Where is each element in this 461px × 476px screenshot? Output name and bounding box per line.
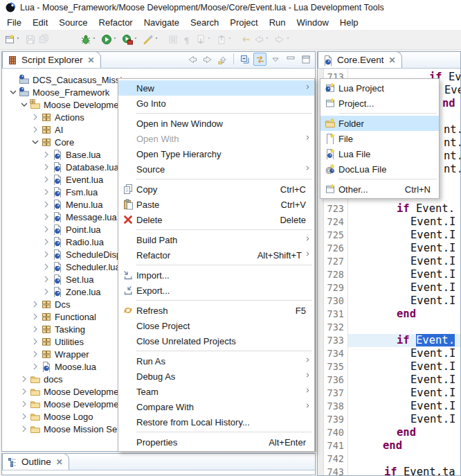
code-line-735[interactable]: 735Event.I bbox=[318, 360, 460, 373]
menu-item-run-as[interactable]: Run As bbox=[118, 353, 314, 369]
close-icon[interactable]: ✕ bbox=[88, 55, 95, 65]
menu-item-refresh[interactable]: RefreshF5 bbox=[118, 303, 314, 318]
menubar-item-project[interactable]: Project bbox=[224, 16, 263, 29]
back-button[interactable] bbox=[252, 31, 273, 48]
chevron-expanded-icon[interactable] bbox=[8, 87, 19, 98]
chevron-collapsed-icon[interactable] bbox=[19, 386, 30, 397]
menu-item-lua-file[interactable]: Lua File bbox=[320, 146, 439, 161]
menu-item-open-type-hierarchy[interactable]: Open Type Hierarchy bbox=[118, 146, 314, 161]
chevron-collapsed-icon[interactable] bbox=[41, 211, 52, 222]
menu-item-folder[interactable]: Folder bbox=[320, 116, 439, 131]
save-button[interactable] bbox=[24, 31, 37, 48]
dropdown-arrow-icon[interactable] bbox=[155, 37, 161, 42]
menu-item-import[interactable]: Import... bbox=[118, 267, 314, 283]
menu-item-project[interactable]: Project... bbox=[320, 96, 439, 111]
chevron-collapsed-icon[interactable] bbox=[19, 411, 30, 422]
menu-item-export[interactable]: Export... bbox=[118, 283, 314, 298]
dropdown-arrow-icon[interactable] bbox=[134, 37, 140, 42]
menu-item-open-with[interactable]: Open With bbox=[118, 131, 314, 146]
close-icon[interactable]: ✕ bbox=[56, 457, 63, 467]
chevron-collapsed-icon[interactable] bbox=[41, 199, 52, 210]
menu-item-close-unrelated-projects[interactable]: Close Unrelated Projects bbox=[118, 333, 314, 349]
menubar-item-window[interactable]: Window bbox=[291, 16, 334, 29]
menu-item-debug-as[interactable]: Debug As bbox=[118, 369, 314, 384]
menu-item-copy[interactable]: CopyCtrl+C bbox=[118, 182, 314, 197]
chevron-collapsed-icon[interactable] bbox=[30, 349, 41, 360]
chevron-collapsed-icon[interactable] bbox=[30, 124, 41, 135]
chevron-collapsed-icon[interactable] bbox=[30, 336, 41, 347]
forward-button[interactable] bbox=[273, 31, 293, 48]
chevron-collapsed-icon[interactable] bbox=[41, 274, 52, 285]
code-line-723[interactable]: 723if Event. bbox=[318, 202, 460, 215]
menu-item-open-in-new-window[interactable]: Open in New Window bbox=[118, 116, 314, 131]
menu-item-close-project[interactable]: Close Project bbox=[118, 318, 314, 333]
code-line-738[interactable]: 738Event.I bbox=[318, 400, 460, 413]
view-menu-button[interactable] bbox=[269, 53, 282, 66]
dropdown-arrow-icon[interactable] bbox=[228, 37, 234, 42]
chevron-collapsed-icon[interactable] bbox=[41, 249, 52, 260]
chevron-collapsed-icon[interactable] bbox=[30, 361, 41, 372]
menu-item-compare-with[interactable]: Compare With bbox=[118, 399, 314, 414]
menubar-item-search[interactable]: Search bbox=[185, 16, 224, 29]
back-button[interactable] bbox=[186, 53, 199, 66]
tab-core-event[interactable]: Core.Event ✕ bbox=[318, 51, 402, 68]
code-line-742[interactable]: 742 bbox=[318, 452, 460, 466]
code-line-732[interactable]: 732 bbox=[318, 321, 460, 334]
code-line-731[interactable]: 731end bbox=[318, 308, 460, 321]
forward-button[interactable] bbox=[201, 53, 214, 66]
menu-item-lua-project[interactable]: Lua Project bbox=[320, 80, 439, 96]
menubar-item-source[interactable]: Source bbox=[53, 16, 93, 29]
run-button[interactable] bbox=[100, 31, 120, 48]
dropdown-arrow-icon[interactable] bbox=[93, 37, 98, 42]
next-annotation-button[interactable] bbox=[194, 31, 215, 48]
chevron-collapsed-icon[interactable] bbox=[41, 186, 52, 197]
menu-item-other[interactable]: Other...Ctrl+N bbox=[320, 182, 439, 197]
menubar-item-file[interactable]: File bbox=[1, 16, 27, 29]
run-external-button[interactable] bbox=[120, 31, 141, 48]
mark-occurrences-button[interactable] bbox=[166, 31, 180, 48]
up-button[interactable] bbox=[216, 53, 229, 66]
debug-button[interactable] bbox=[79, 31, 100, 48]
menubar-item-navigate[interactable]: Navigate bbox=[138, 16, 185, 29]
new-wizard-button[interactable] bbox=[3, 31, 24, 48]
menubar-item-edit[interactable]: Edit bbox=[27, 16, 53, 29]
chevron-collapsed-icon[interactable] bbox=[19, 373, 30, 385]
menubar-item-help[interactable]: Help bbox=[334, 16, 364, 29]
chevron-collapsed-icon[interactable] bbox=[41, 161, 52, 173]
code-line-739[interactable]: 739Event.I bbox=[318, 413, 460, 426]
code-line-736[interactable]: 736Event.I bbox=[318, 373, 460, 387]
code-line-743[interactable]: 743if Event.ta bbox=[318, 466, 460, 475]
menu-item-delete[interactable]: DeleteDelete bbox=[118, 212, 314, 227]
chevron-collapsed-icon[interactable] bbox=[41, 286, 52, 297]
maximize-button[interactable] bbox=[299, 53, 312, 66]
chevron-expanded-icon[interactable] bbox=[19, 99, 30, 110]
code-line-737[interactable]: 737Event.I bbox=[318, 387, 460, 400]
menu-item-refactor[interactable]: RefactorAlt+Shift+T bbox=[118, 247, 314, 263]
code-line-726[interactable]: 726Event.I bbox=[318, 242, 460, 255]
chevron-collapsed-icon[interactable] bbox=[30, 112, 41, 123]
tab-script-explorer[interactable]: Script Explorer ✕ bbox=[2, 51, 101, 68]
menu-item-properties[interactable]: PropertiesAlt+Enter bbox=[118, 434, 314, 450]
chevron-collapsed-icon[interactable] bbox=[19, 423, 30, 434]
chevron-collapsed-icon[interactable] bbox=[41, 174, 52, 185]
save-all-button[interactable] bbox=[37, 31, 51, 48]
code-line-730[interactable]: 730Event.I bbox=[318, 294, 460, 308]
code-line-724[interactable]: 724Event.I bbox=[318, 215, 460, 229]
code-line-727[interactable]: 727Event.I bbox=[318, 255, 460, 268]
chevron-collapsed-icon[interactable] bbox=[41, 261, 52, 272]
chevron-collapsed-icon[interactable] bbox=[41, 149, 52, 160]
code-line-725[interactable]: 725Event.I bbox=[318, 229, 460, 242]
menu-item-doclua-file[interactable]: @DocLua File bbox=[320, 161, 439, 177]
collapse-all-button[interactable] bbox=[238, 53, 251, 66]
code-line-733[interactable]: 733if Event. bbox=[318, 334, 460, 347]
chevron-collapsed-icon[interactable] bbox=[41, 224, 52, 235]
code-line-728[interactable]: 728Event.I bbox=[318, 268, 460, 281]
menu-item-file[interactable]: File bbox=[320, 131, 439, 146]
show-whitespace-button[interactable]: ¶ bbox=[180, 31, 194, 48]
dropdown-arrow-icon[interactable] bbox=[266, 37, 271, 42]
menu-item-source[interactable]: Source bbox=[118, 161, 314, 177]
dropdown-arrow-icon[interactable] bbox=[208, 37, 213, 42]
code-line-729[interactable]: 729Event.I bbox=[318, 281, 460, 294]
previous-annotation-button[interactable] bbox=[215, 31, 235, 48]
menu-item-new[interactable]: New bbox=[118, 80, 314, 96]
